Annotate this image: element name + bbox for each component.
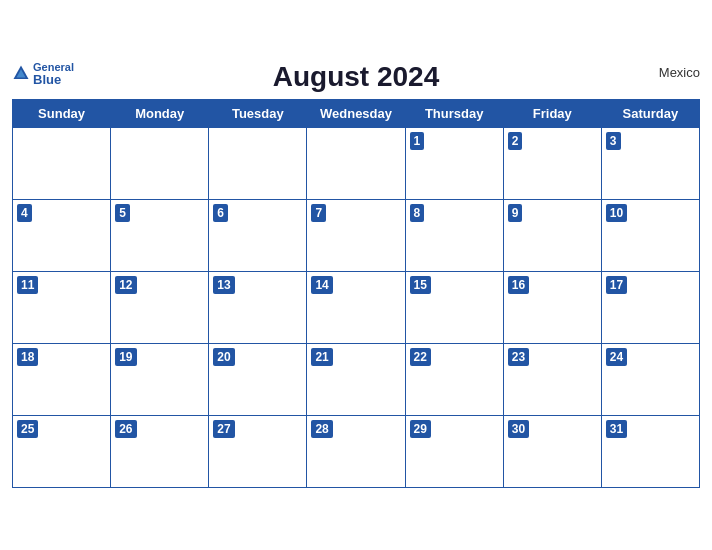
calendar-week-4: 25262728293031 bbox=[13, 415, 700, 487]
calendar-week-1: 45678910 bbox=[13, 199, 700, 271]
calendar-cell: 21 bbox=[307, 343, 405, 415]
day-number: 11 bbox=[17, 276, 38, 295]
calendar-cell: 23 bbox=[503, 343, 601, 415]
day-number: 28 bbox=[311, 420, 332, 439]
calendar-cell: 19 bbox=[111, 343, 209, 415]
day-number: 19 bbox=[115, 348, 136, 367]
logo-general-text: General bbox=[33, 61, 74, 73]
calendar-wrapper: General Blue August 2024 Mexico SundayMo… bbox=[0, 51, 712, 500]
calendar-title: August 2024 bbox=[273, 61, 440, 93]
calendar-cell bbox=[111, 127, 209, 199]
weekday-tuesday: Tuesday bbox=[209, 99, 307, 127]
logo-text: General Blue bbox=[33, 61, 74, 87]
day-number: 25 bbox=[17, 420, 38, 439]
day-number: 7 bbox=[311, 204, 326, 223]
calendar-cell: 3 bbox=[601, 127, 699, 199]
logo-area: General Blue bbox=[12, 61, 74, 87]
calendar-cell: 9 bbox=[503, 199, 601, 271]
day-number: 18 bbox=[17, 348, 38, 367]
day-number: 27 bbox=[213, 420, 234, 439]
day-number: 13 bbox=[213, 276, 234, 295]
day-number: 22 bbox=[410, 348, 431, 367]
calendar-cell: 18 bbox=[13, 343, 111, 415]
calendar-cell: 20 bbox=[209, 343, 307, 415]
calendar-table: SundayMondayTuesdayWednesdayThursdayFrid… bbox=[12, 99, 700, 488]
day-number: 6 bbox=[213, 204, 228, 223]
day-number: 5 bbox=[115, 204, 130, 223]
day-number: 26 bbox=[115, 420, 136, 439]
calendar-cell: 27 bbox=[209, 415, 307, 487]
day-number: 3 bbox=[606, 132, 621, 151]
day-number: 29 bbox=[410, 420, 431, 439]
calendar-cell: 25 bbox=[13, 415, 111, 487]
weekday-friday: Friday bbox=[503, 99, 601, 127]
calendar-cell: 10 bbox=[601, 199, 699, 271]
weekday-saturday: Saturday bbox=[601, 99, 699, 127]
calendar-cell: 15 bbox=[405, 271, 503, 343]
calendar-cell: 4 bbox=[13, 199, 111, 271]
calendar-cell: 24 bbox=[601, 343, 699, 415]
weekday-monday: Monday bbox=[111, 99, 209, 127]
calendar-cell: 2 bbox=[503, 127, 601, 199]
day-number: 10 bbox=[606, 204, 627, 223]
calendar-cell: 5 bbox=[111, 199, 209, 271]
weekday-wednesday: Wednesday bbox=[307, 99, 405, 127]
day-number: 15 bbox=[410, 276, 431, 295]
weekday-sunday: Sunday bbox=[13, 99, 111, 127]
day-number: 2 bbox=[508, 132, 523, 151]
calendar-cell: 12 bbox=[111, 271, 209, 343]
logo-row: General Blue bbox=[12, 61, 74, 87]
day-number: 14 bbox=[311, 276, 332, 295]
calendar-cell: 30 bbox=[503, 415, 601, 487]
day-number: 20 bbox=[213, 348, 234, 367]
day-number: 24 bbox=[606, 348, 627, 367]
calendar-cell: 26 bbox=[111, 415, 209, 487]
logo-blue-text: Blue bbox=[33, 73, 61, 87]
day-number: 1 bbox=[410, 132, 425, 151]
calendar-cell: 28 bbox=[307, 415, 405, 487]
calendar-cell: 17 bbox=[601, 271, 699, 343]
day-number: 9 bbox=[508, 204, 523, 223]
calendar-cell: 31 bbox=[601, 415, 699, 487]
calendar-cell: 1 bbox=[405, 127, 503, 199]
calendar-week-0: 123 bbox=[13, 127, 700, 199]
country-label: Mexico bbox=[659, 65, 700, 80]
calendar-week-3: 18192021222324 bbox=[13, 343, 700, 415]
day-number: 30 bbox=[508, 420, 529, 439]
calendar-cell: 8 bbox=[405, 199, 503, 271]
calendar-cell: 22 bbox=[405, 343, 503, 415]
calendar-cell: 16 bbox=[503, 271, 601, 343]
logo-icon bbox=[12, 64, 30, 82]
calendar-cell: 11 bbox=[13, 271, 111, 343]
day-number: 4 bbox=[17, 204, 32, 223]
day-number: 8 bbox=[410, 204, 425, 223]
weekday-header-row: SundayMondayTuesdayWednesdayThursdayFrid… bbox=[13, 99, 700, 127]
day-number: 21 bbox=[311, 348, 332, 367]
calendar-header: General Blue August 2024 Mexico bbox=[12, 61, 700, 93]
day-number: 31 bbox=[606, 420, 627, 439]
day-number: 17 bbox=[606, 276, 627, 295]
day-number: 12 bbox=[115, 276, 136, 295]
calendar-cell: 29 bbox=[405, 415, 503, 487]
calendar-week-2: 11121314151617 bbox=[13, 271, 700, 343]
calendar-cell: 6 bbox=[209, 199, 307, 271]
day-number: 16 bbox=[508, 276, 529, 295]
calendar-cell: 13 bbox=[209, 271, 307, 343]
calendar-cell: 7 bbox=[307, 199, 405, 271]
calendar-cell: 14 bbox=[307, 271, 405, 343]
calendar-cell bbox=[307, 127, 405, 199]
day-number: 23 bbox=[508, 348, 529, 367]
calendar-cell bbox=[13, 127, 111, 199]
weekday-thursday: Thursday bbox=[405, 99, 503, 127]
calendar-cell bbox=[209, 127, 307, 199]
